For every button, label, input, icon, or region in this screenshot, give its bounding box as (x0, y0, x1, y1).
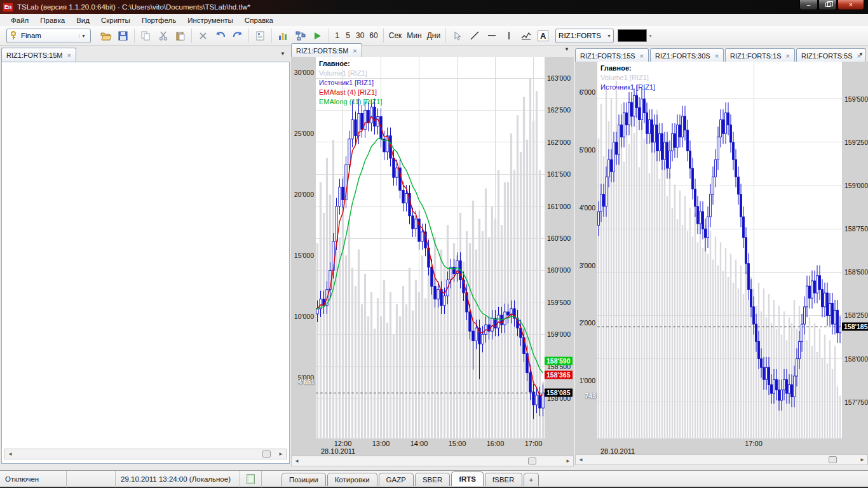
properties-button[interactable] (252, 28, 269, 44)
bottom-tab--[interactable]: + (524, 473, 539, 486)
new-chart-button[interactable] (275, 28, 292, 44)
price-axis-label: 160'500 (547, 234, 571, 242)
close-tab-icon[interactable]: × (67, 52, 71, 58)
interval-button-1[interactable]: 1 (332, 30, 342, 41)
undo-button[interactable] (212, 28, 229, 44)
scissors-icon (159, 31, 168, 41)
unit-button-1[interactable]: Мин (404, 30, 424, 41)
menu-item-4[interactable]: Портфель (136, 16, 182, 25)
interval-button-5[interactable]: 5 (342, 30, 353, 41)
scroll-right-icon[interactable]: ► (566, 458, 571, 464)
bottom-tab-frts[interactable]: fRTS (451, 471, 484, 486)
close-button[interactable]: × (837, 0, 864, 10)
mid-tab-row: RIZ1:FORTS:5M × ▼ (291, 43, 574, 57)
scroll-right-icon[interactable]: ► (278, 451, 283, 457)
volume-axis-label: 2'000 (580, 319, 595, 327)
paste-button[interactable] (172, 28, 189, 44)
price-axis-label: 159'000 (844, 182, 868, 189)
unit-button-2[interactable]: Дни (424, 30, 443, 41)
volume-axis: 30'00025'00020'00015'00010'0005'0004'651 (291, 57, 316, 438)
redo-icon (233, 31, 243, 40)
tab-riz1-forts-15s[interactable]: RIZ1:FORTS:15S× (575, 48, 649, 62)
save-button[interactable] (114, 28, 132, 44)
run-script-button[interactable] (309, 28, 326, 44)
scroll-left-icon[interactable]: ◄ (578, 457, 583, 463)
polyline-tool-button[interactable] (517, 28, 534, 44)
zigzag-icon (521, 31, 531, 40)
right-horizontal-scrollbar[interactable]: ◄ ► (575, 454, 868, 465)
candlestick-plot[interactable]: Главное:Volume1 [RIZ1]Источник1 [RIZ1]EM… (316, 57, 545, 438)
tab-riz1-forts-1s[interactable]: RIZ1:FORTS:1S× (725, 48, 795, 62)
restore-button[interactable] (818, 0, 837, 10)
menu-bar: ФайлПравкаВидСкриптыПортфельИнструментыС… (0, 14, 868, 26)
combo-arrow-icon: ▼ (79, 34, 88, 38)
text-tool-button[interactable]: A (534, 28, 552, 44)
scroll-right-icon[interactable]: ► (860, 457, 865, 463)
tab-riz1-forts-5m[interactable]: RIZ1:FORTS:5M × (291, 43, 362, 57)
scrollbar-thumb[interactable] (829, 456, 837, 463)
scrollbar-thumb[interactable] (528, 458, 536, 464)
bottom-tab-fsber[interactable]: fSBER (485, 473, 522, 486)
chart-legend: Главное:Volume1 [RIZ1]Источник1 [RIZ1]EM… (319, 59, 382, 107)
bottom-tab-gazp[interactable]: GAZP (379, 473, 414, 486)
symbol-combo[interactable]: RIZ1:FORTS ▼ (555, 29, 614, 43)
redo-button[interactable] (229, 28, 246, 44)
bottom-tab-sber[interactable]: SBER (415, 473, 450, 486)
close-tab-icon[interactable]: × (353, 48, 356, 54)
menu-item-3[interactable]: Скрипты (95, 16, 136, 25)
tab-list-dropdown-icon[interactable]: ▼ (280, 51, 285, 57)
scroll-left-icon[interactable]: ◄ (294, 458, 299, 464)
menu-item-6[interactable]: Справка (239, 16, 279, 25)
bottom-tab-позиции[interactable]: Позиции (281, 473, 326, 486)
interval-button-30[interactable]: 30 (353, 30, 367, 41)
price-axis-label: 161'500 (547, 170, 571, 178)
menu-item-2[interactable]: Вид (71, 16, 95, 25)
legend-item-0: Volume1 [RIZ1] (319, 69, 382, 78)
interval-button-60[interactable]: 60 (367, 30, 380, 41)
time-tick-16:00: 16:00 (487, 440, 505, 447)
text-a-icon: A (538, 30, 548, 41)
restore-icon (825, 3, 831, 7)
tab-riz1-forts-5s[interactable]: RIZ1:FORTS:5S× (796, 48, 866, 62)
open-file-button[interactable] (97, 28, 114, 44)
menu-item-5[interactable]: Инструменты (182, 16, 239, 25)
price-axis-label: 159'250 (844, 139, 868, 146)
tab-list-dropdown-icon[interactable]: ▼ (564, 46, 569, 52)
legend-title: Главное: (319, 59, 382, 69)
script-scheme-button[interactable] (292, 28, 309, 44)
log-notebook-icon[interactable] (247, 474, 255, 484)
chart-canvas (597, 62, 842, 438)
menu-item-0[interactable]: Файл (5, 16, 34, 25)
horizontal-line-tool-button[interactable] (483, 28, 500, 44)
legend-item-1: Источник1 [RIZ1] (600, 83, 655, 92)
pointer-tool-button[interactable] (449, 28, 466, 44)
vertical-line-tool-button[interactable] (500, 28, 517, 44)
color-swatch-button[interactable] (618, 29, 647, 42)
scroll-left-icon[interactable]: ◄ (8, 451, 13, 457)
volume-badge: 743 (585, 392, 596, 400)
close-tab-icon[interactable]: × (640, 53, 644, 59)
left-tab-row: RIZ1:FORTS:15M × ▼ (1, 48, 290, 62)
price-axis-label: 162'000 (547, 139, 571, 146)
tab-riz1-forts-15m[interactable]: RIZ1:FORTS:15M × (1, 48, 76, 62)
price-axis-label: 159'500 (844, 95, 868, 103)
mid-horizontal-scrollbar[interactable]: ◄ ► (291, 456, 574, 466)
connection-combo[interactable]: Finam ▼ (6, 29, 91, 43)
minimize-button[interactable]: – (799, 0, 818, 10)
cut-button[interactable] (154, 28, 172, 44)
time-axis: 12:0013:0014:0015:0016:0017:0028.10.2011 (291, 438, 574, 456)
scrollbar-thumb[interactable] (262, 451, 271, 458)
bottom-tab-котировки[interactable]: Котировки (327, 473, 377, 486)
menu-item-1[interactable]: Правка (34, 16, 71, 25)
copy-button[interactable] (137, 28, 154, 44)
left-horizontal-scrollbar[interactable]: ◄ ► (4, 449, 287, 459)
empty-chart-area[interactable]: ◄ ► (1, 62, 290, 464)
unit-button-0[interactable]: Сек (386, 30, 405, 41)
delete-button[interactable] (194, 28, 212, 44)
tab-list-dropdown-icon[interactable]: ▼ (858, 51, 864, 57)
close-tab-icon[interactable]: × (715, 53, 719, 59)
trend-line-tool-button[interactable] (466, 28, 483, 44)
tab-riz1-forts-30s[interactable]: RIZ1:FORTS:30S× (650, 48, 724, 62)
close-tab-icon[interactable]: × (786, 53, 790, 59)
candlestick-plot[interactable]: Главное:Volume1 [RIZ1]Источник1 [RIZ1] (597, 62, 842, 438)
